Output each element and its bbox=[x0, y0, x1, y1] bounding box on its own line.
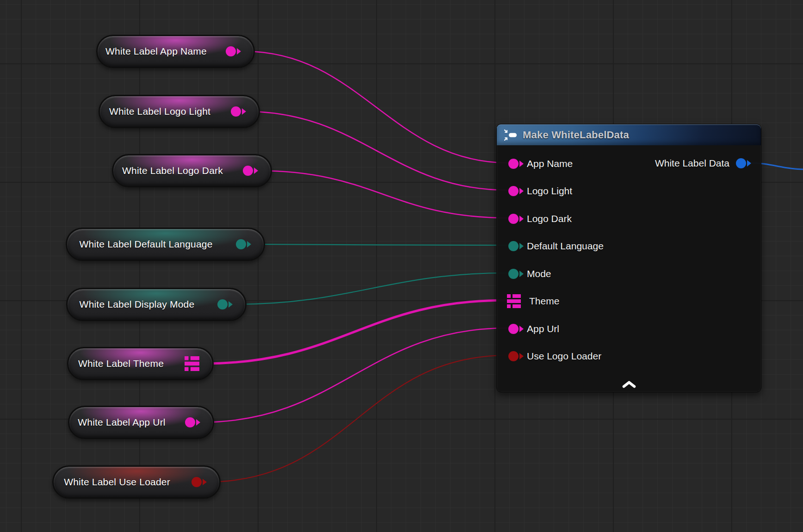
input-pin-label: Mode bbox=[527, 268, 551, 279]
blueprint-graph-canvas[interactable]: White Label App Name White Label Logo Li… bbox=[0, 0, 803, 532]
variable-node-white-label-theme[interactable]: White Label Theme bbox=[67, 347, 214, 380]
input-pin-label: Logo Light bbox=[527, 186, 572, 197]
input-pin-label: Theme bbox=[529, 296, 559, 307]
chevron-up-icon[interactable] bbox=[622, 381, 636, 388]
output-row-white-label-data: White Label Data bbox=[655, 154, 751, 173]
input-pin-label: Use Logo Loader bbox=[527, 351, 601, 362]
struct-grid-icon[interactable] bbox=[507, 294, 521, 308]
input-pin-logo-dark[interactable] bbox=[508, 214, 519, 224]
output-pin-default-language[interactable] bbox=[236, 239, 246, 249]
output-pin-app-url[interactable] bbox=[185, 417, 195, 427]
variable-node-label: White Label Default Language bbox=[67, 239, 264, 250]
make-struct-icon bbox=[503, 130, 519, 141]
input-pin-label: Logo Dark bbox=[527, 213, 572, 224]
input-row-theme: Theme bbox=[497, 288, 761, 315]
input-row-logo-light: Logo Light bbox=[497, 178, 761, 205]
node-header[interactable]: Make WhiteLabelData bbox=[497, 124, 761, 145]
output-pin-app-name[interactable] bbox=[226, 46, 236, 56]
make-whitelabeldata-node[interactable]: Make WhiteLabelData App Name Logo Light … bbox=[496, 124, 761, 392]
output-pin-white-label-data[interactable] bbox=[736, 158, 746, 168]
input-pin-label: App Url bbox=[527, 323, 559, 334]
variable-node-white-label-app-url[interactable]: White Label App Url bbox=[68, 406, 214, 439]
wire-default-language[interactable] bbox=[253, 244, 508, 245]
output-pin-display-mode[interactable] bbox=[217, 299, 228, 309]
variable-node-white-label-logo-light[interactable]: White Label Logo Light bbox=[99, 95, 260, 128]
input-row-app-url: App Url bbox=[497, 315, 761, 343]
node-title: Make WhiteLabelData bbox=[523, 129, 629, 141]
input-pin-logo-light[interactable] bbox=[508, 186, 519, 196]
input-pin-default-language[interactable] bbox=[508, 241, 519, 251]
wire-app-url[interactable] bbox=[200, 328, 508, 422]
input-row-default-language: Default Language bbox=[497, 233, 761, 260]
variable-node-white-label-app-name[interactable]: White Label App Name bbox=[96, 35, 255, 68]
variable-node-white-label-default-language[interactable]: White Label Default Language bbox=[66, 228, 265, 261]
output-pin-logo-dark[interactable] bbox=[243, 166, 253, 176]
input-pin-label: Default Language bbox=[527, 241, 604, 252]
variable-node-white-label-display-mode[interactable]: White Label Display Mode bbox=[66, 288, 247, 321]
variable-node-white-label-logo-dark[interactable]: White Label Logo Dark bbox=[112, 154, 272, 187]
wire-app-name[interactable] bbox=[244, 51, 508, 163]
output-pin-logo-light[interactable] bbox=[231, 106, 241, 117]
variable-node-white-label-use-loader[interactable]: White Label Use Loader bbox=[52, 465, 221, 499]
struct-grid-icon[interactable] bbox=[185, 356, 199, 371]
input-pin-mode[interactable] bbox=[508, 269, 519, 279]
input-row-use-logo-loader: Use Logo Loader bbox=[497, 343, 761, 371]
wire-logo-dark[interactable] bbox=[259, 171, 508, 218]
wire-display-mode[interactable] bbox=[232, 273, 508, 304]
input-row-mode: Mode bbox=[497, 260, 761, 288]
wire-use-loader[interactable] bbox=[206, 355, 508, 482]
input-pin-app-name[interactable] bbox=[508, 159, 519, 169]
input-pin-label: App Name bbox=[527, 158, 573, 169]
input-pin-app-url[interactable] bbox=[508, 324, 519, 334]
input-row-logo-dark: Logo Dark bbox=[497, 205, 761, 233]
input-pin-rows: App Name Logo Light Logo Dark Default La… bbox=[497, 145, 761, 370]
wire-logo-light[interactable] bbox=[246, 111, 508, 190]
output-pin-use-loader[interactable] bbox=[191, 477, 202, 487]
output-pin-label: White Label Data bbox=[655, 158, 729, 169]
input-pin-use-logo-loader[interactable] bbox=[508, 351, 519, 361]
